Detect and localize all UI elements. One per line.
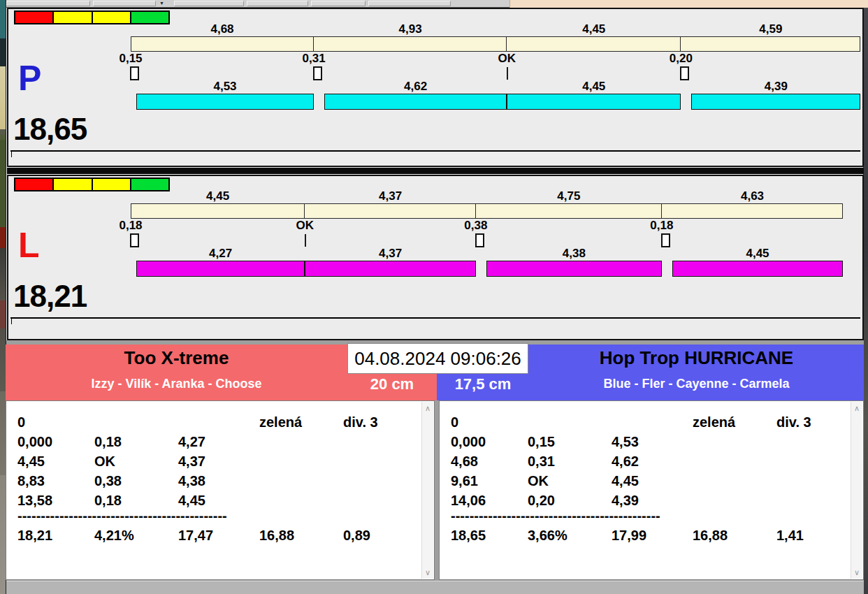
segment-bar-bottom bbox=[672, 261, 843, 277]
toolbar-button[interactable] bbox=[368, 1, 451, 6]
segment-time-top-label: 4,75 bbox=[476, 191, 662, 202]
lane-letter: P bbox=[18, 61, 41, 96]
table-scrollbar[interactable]: ∧ ∨ bbox=[851, 402, 862, 579]
segment-bar-top bbox=[680, 36, 860, 52]
segment-bar-bottom bbox=[691, 94, 860, 110]
split-value-label: 0,38 bbox=[455, 220, 497, 231]
dropdown-arrow-icon[interactable]: ▼ bbox=[159, 0, 164, 7]
table-cell: 16,88 bbox=[259, 526, 294, 545]
table-rows: 0zelenádiv. 30,0000,184,274,45OK4,378,83… bbox=[6, 401, 421, 579]
table-cell: 0,000 bbox=[451, 432, 486, 451]
segment-bar-top bbox=[475, 203, 662, 219]
team-members: Izzy - Vilík - Aranka - Choose bbox=[6, 377, 347, 391]
segment-time-bottom-label: 4,38 bbox=[486, 248, 662, 259]
segment-bar-bottom bbox=[507, 94, 681, 110]
table-cell: 4,21% bbox=[94, 526, 134, 545]
table-row: 4,45OK4,37 bbox=[6, 451, 421, 471]
segment-bar-top bbox=[661, 203, 843, 219]
lane-divider-rule bbox=[10, 150, 860, 152]
team-members: Blue - Fler - Cayenne - Carmela bbox=[529, 377, 864, 391]
toolbar-button[interactable] bbox=[247, 1, 308, 6]
split-value-label: 0,31 bbox=[293, 53, 335, 64]
lane-rule-notch bbox=[11, 319, 12, 324]
table-cell: 1,41 bbox=[776, 526, 804, 545]
table-totals-row: 18,214,21%17,4716,880,89 bbox=[6, 526, 421, 545]
segment-time-top-label: 4,45 bbox=[507, 24, 681, 35]
table-cell: 4,68 bbox=[451, 451, 478, 471]
table-cell: 0,89 bbox=[343, 526, 370, 545]
table-totals-row: 18,653,66%17,9916,881,41 bbox=[440, 526, 850, 545]
jump-height-badge: 20 cm bbox=[347, 375, 437, 393]
split-indicator-box bbox=[130, 66, 139, 80]
split-ok-tick bbox=[507, 67, 508, 80]
table-cell: 18,65 bbox=[451, 526, 486, 545]
table-row: 9,61OK4,45 bbox=[440, 471, 850, 491]
segment-time-top-label: 4,63 bbox=[662, 191, 843, 202]
table-cell: 18,21 bbox=[17, 526, 52, 545]
scale-color-cell bbox=[15, 179, 54, 190]
table-cell: 4,38 bbox=[178, 471, 205, 491]
segment-time-bottom-label: 4,45 bbox=[507, 81, 681, 92]
table-cell: 17,47 bbox=[178, 526, 213, 545]
split-indicator-box bbox=[313, 66, 322, 80]
scroll-up-icon[interactable]: ∧ bbox=[422, 403, 433, 413]
lane-rule-notch bbox=[11, 152, 12, 157]
toolbar-button[interactable] bbox=[174, 1, 244, 6]
segment-time-bottom-label: 4,27 bbox=[136, 248, 305, 259]
segment-bar-bottom bbox=[324, 94, 507, 110]
datetime-display: 04.08.2024 09:06:26 bbox=[347, 343, 528, 374]
segment-time-top-label: 4,68 bbox=[131, 24, 314, 35]
table-cell: 9,61 bbox=[451, 471, 478, 491]
timing-app-window: { "chrome": { "tan_strip_color": "#f3ddc… bbox=[0, 0, 868, 594]
split-value-label: 0,18 bbox=[641, 220, 683, 231]
lane-bars-area: 4,680,154,534,930,314,624,45OK4,454,590,… bbox=[131, 9, 865, 124]
toolbar-tan-area bbox=[509, 0, 868, 8]
table-cell: 4,53 bbox=[612, 432, 639, 451]
table-rows: 0zelenádiv. 30,0000,154,534,680,314,629,… bbox=[440, 401, 850, 579]
segment-time-bottom-label: 4,37 bbox=[305, 248, 476, 259]
table-separator-row: ----------------------------------------… bbox=[451, 507, 660, 524]
scroll-down-icon[interactable]: ∨ bbox=[851, 567, 862, 577]
table-cell: zelená bbox=[693, 412, 735, 432]
jump-height-badge: 17,5 cm bbox=[437, 375, 529, 393]
table-cell: 0,15 bbox=[528, 432, 555, 451]
scroll-down-icon[interactable]: ∨ bbox=[422, 567, 433, 577]
lane-letter: L bbox=[18, 228, 40, 263]
segment-bar-top bbox=[131, 203, 305, 219]
team-name: Hop Trop HURRICANE bbox=[529, 347, 864, 369]
scroll-up-icon[interactable]: ∧ bbox=[851, 403, 862, 413]
run-results-table-left[interactable]: 0zelenádiv. 30,0000,184,274,45OK4,378,83… bbox=[6, 400, 435, 580]
segment-time-bottom-label: 4,62 bbox=[324, 81, 507, 92]
lane-panel-right-dog: P 18,65 4,680,154,534,930,314,624,45OK4,… bbox=[7, 8, 864, 167]
split-value-label: 0,20 bbox=[660, 53, 702, 64]
table-cell: 4,27 bbox=[178, 432, 205, 451]
split-indicator-box bbox=[475, 233, 484, 247]
table-cell: 0,000 bbox=[17, 432, 52, 451]
table-cell: 4,37 bbox=[178, 451, 205, 471]
top-toolbar-strip: ▼ bbox=[6, 0, 868, 8]
segment-time-top-label: 4,45 bbox=[131, 191, 305, 202]
toolbar-button[interactable] bbox=[6, 1, 90, 6]
toolbar-button[interactable] bbox=[311, 1, 366, 6]
segment-time-top-label: 4,37 bbox=[305, 191, 476, 202]
table-row: 0,0000,184,27 bbox=[6, 432, 421, 451]
table-cell: 4,45 bbox=[17, 451, 45, 471]
segment-bar-top bbox=[506, 36, 681, 52]
table-row: 0,0000,154,53 bbox=[440, 432, 850, 451]
table-cell: 17,99 bbox=[612, 526, 646, 545]
segment-time-top-label: 4,93 bbox=[314, 24, 507, 35]
split-indicator-box bbox=[680, 66, 689, 80]
scale-color-cell bbox=[54, 12, 92, 23]
segment-bar-bottom bbox=[486, 261, 662, 277]
table-cell: 4,62 bbox=[612, 451, 639, 471]
scale-color-cell bbox=[93, 179, 131, 190]
segment-bar-bottom bbox=[136, 261, 305, 277]
segment-bar-bottom bbox=[305, 261, 476, 277]
table-cell: div. 3 bbox=[776, 412, 811, 432]
table-scrollbar[interactable]: ∧ ∨ bbox=[421, 402, 433, 579]
run-results-table-right[interactable]: 0zelenádiv. 30,0000,154,534,680,314,629,… bbox=[439, 400, 864, 580]
lane-divider-rule bbox=[10, 317, 860, 319]
toolbar-button[interactable] bbox=[93, 1, 156, 6]
table-separator-row: ----------------------------------------… bbox=[17, 507, 227, 524]
scale-color-cell bbox=[15, 12, 54, 23]
